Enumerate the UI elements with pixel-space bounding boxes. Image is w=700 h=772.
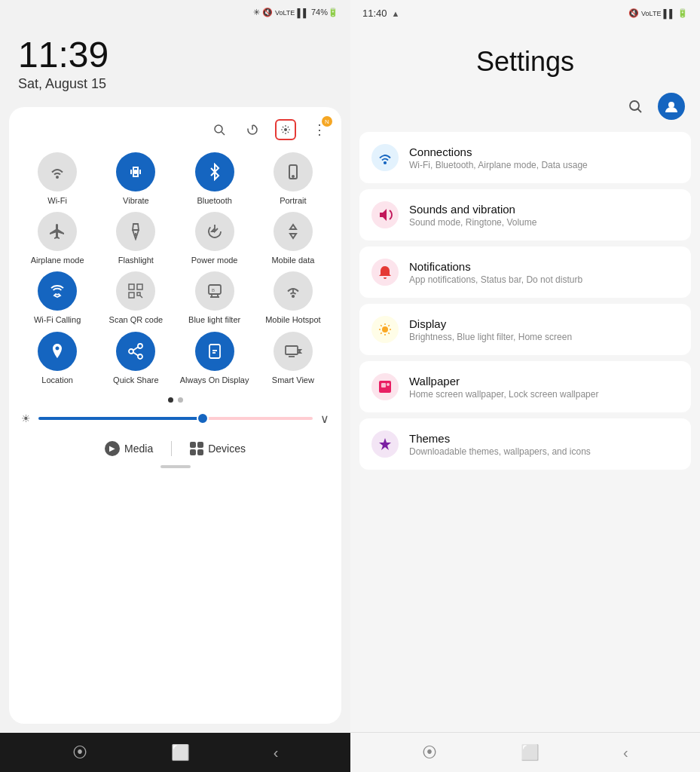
svg-point-36 xyxy=(387,383,390,386)
svg-rect-11 xyxy=(129,284,134,290)
alwayson-label: Always On Display xyxy=(180,375,249,385)
brightness-slider[interactable] xyxy=(38,417,313,420)
powermode-toggle[interactable]: Power mode xyxy=(179,212,251,265)
powermode-icon xyxy=(195,212,234,251)
wallpaper-title: Wallpaper xyxy=(409,375,598,388)
home-indicator xyxy=(160,465,191,468)
sounds-icon xyxy=(371,201,399,228)
wallpaper-subtitle: Home screen wallpaper, Lock screen wallp… xyxy=(409,389,598,400)
sounds-subtitle: Sound mode, Ringtone, Volume xyxy=(409,217,536,228)
quickshare-icon xyxy=(116,332,155,371)
settings-item-themes[interactable]: Themes Downloadable themes, wallpapers, … xyxy=(359,418,691,470)
flashlight-label: Flashlight xyxy=(118,256,154,265)
svg-point-20 xyxy=(129,349,133,354)
airplane-toggle[interactable]: Airplane mode xyxy=(21,212,93,265)
media-devices-row: ▶ Media Devices xyxy=(21,435,329,459)
nav-home-icon-right[interactable]: ⬜ xyxy=(521,743,540,761)
brightness-expand-button[interactable]: ∨ xyxy=(320,412,329,426)
svg-rect-27 xyxy=(286,346,298,354)
settings-item-wallpaper[interactable]: Wallpaper Home screen wallpaper, Lock sc… xyxy=(359,361,691,412)
svg-point-9 xyxy=(292,176,294,177)
display-title: Display xyxy=(409,317,572,330)
svg-point-7 xyxy=(134,170,137,173)
smartview-toggle[interactable]: Smart View xyxy=(257,332,329,385)
svg-rect-35 xyxy=(381,383,386,388)
profile-button[interactable] xyxy=(658,93,685,120)
wificalling-toggle[interactable]: Wi-Fi Calling xyxy=(21,271,93,325)
nav-recents-icon-right[interactable]: ⦿ xyxy=(422,744,437,761)
alwayson-icon xyxy=(195,332,234,371)
search-button[interactable] xyxy=(209,119,230,140)
notifications-text: Notifications App notifications, Status … xyxy=(409,260,582,285)
clock-date: Sat, August 15 xyxy=(18,76,332,92)
portrait-label: Portrait xyxy=(280,196,306,206)
hotspot-label: Mobile Hotspot xyxy=(265,315,320,325)
connections-text: Connections Wi-Fi, Bluetooth, Airplane m… xyxy=(409,146,588,170)
mobiledata-toggle[interactable]: Mobile data xyxy=(257,212,329,265)
more-options-button[interactable]: ⋮ N xyxy=(308,119,329,140)
scanqr-toggle[interactable]: Scan QR code xyxy=(99,271,172,325)
alwayson-toggle[interactable]: Always On Display xyxy=(179,332,251,385)
hotspot-toggle[interactable]: Mobile Hotspot xyxy=(257,271,329,325)
themes-title: Themes xyxy=(409,432,591,445)
svg-rect-14 xyxy=(137,293,140,296)
devices-button[interactable]: Devices xyxy=(190,442,246,455)
display-text: Display Brightness, Blue light filter, H… xyxy=(409,317,572,342)
wifi-toggle[interactable]: Wi-Fi xyxy=(21,152,93,206)
settings-search-button[interactable] xyxy=(622,93,649,120)
bluelight-label: Blue light filter xyxy=(188,315,240,325)
page-dot-2 xyxy=(178,397,183,403)
notifications-icon xyxy=(371,259,399,286)
svg-line-22 xyxy=(133,347,139,350)
settings-button[interactable] xyxy=(275,119,296,140)
smartview-icon xyxy=(274,332,313,371)
quickshare-toggle[interactable]: Quick Share xyxy=(99,332,172,385)
svg-rect-24 xyxy=(209,345,220,358)
brightness-low-icon: ☀ xyxy=(21,412,31,424)
svg-point-21 xyxy=(138,354,142,359)
flashlight-toggle[interactable]: Flashlight xyxy=(99,212,172,265)
search-profile-row xyxy=(350,93,700,132)
settings-item-connections[interactable]: Connections Wi-Fi, Bluetooth, Airplane m… xyxy=(359,132,691,183)
settings-item-display[interactable]: Display Brightness, Blue light filter, H… xyxy=(359,304,691,355)
page-dot-1 xyxy=(168,397,173,403)
panel-toolbar: ⋮ N xyxy=(21,119,329,140)
portrait-toggle[interactable]: Portrait xyxy=(257,152,329,206)
svg-text:B: B xyxy=(212,288,215,293)
nav-bar-right: ⦿ ⬜ ‹ xyxy=(350,732,700,772)
bluelight-toggle[interactable]: B Blue light filter xyxy=(179,271,251,325)
settings-item-notifications[interactable]: Notifications App notifications, Status … xyxy=(359,247,691,298)
media-play-icon: ▶ xyxy=(105,441,120,456)
portrait-icon xyxy=(274,152,313,191)
bluetooth-toggle[interactable]: Bluetooth xyxy=(179,152,251,206)
wallpaper-icon xyxy=(371,373,399,400)
bluetooth-icon xyxy=(195,152,234,191)
svg-line-1 xyxy=(222,132,225,135)
settings-title: Settings xyxy=(350,23,700,93)
status-icons-left: ✳ 🔇 VoLTE ▌▌ 74%🔋 xyxy=(253,8,338,17)
vibrate-toggle[interactable]: Vibrate xyxy=(99,152,172,206)
nav-back-icon-right[interactable]: ‹ xyxy=(623,744,628,761)
nav-back-icon[interactable]: ‹ xyxy=(274,744,279,761)
connections-icon xyxy=(371,144,399,171)
media-button[interactable]: ▶ Media xyxy=(105,441,153,456)
alert-icon: ▲ xyxy=(392,9,400,18)
settings-list: Connections Wi-Fi, Bluetooth, Airplane m… xyxy=(350,132,700,732)
nav-recents-icon[interactable]: ⦿ xyxy=(72,744,87,761)
airplane-label: Airplane mode xyxy=(31,256,84,265)
settings-item-sounds[interactable]: Sounds and vibration Sound mode, Rington… xyxy=(359,189,691,240)
display-subtitle: Brightness, Blue light filter, Home scre… xyxy=(409,332,572,342)
volte-icon-right: VoLTE xyxy=(641,10,661,17)
svg-point-5 xyxy=(57,176,58,178)
svg-point-18 xyxy=(292,296,294,297)
quick-toggles-grid: Wi-Fi Vibrate xyxy=(21,152,329,385)
scanqr-label: Scan QR code xyxy=(109,315,164,325)
svg-point-19 xyxy=(138,344,142,348)
svg-line-23 xyxy=(133,352,139,355)
settings-panel: 11:40 ▲ 🔇 VoLTE ▌▌ 🔋 Settings xyxy=(350,0,700,772)
page-indicator xyxy=(21,397,329,403)
power-button[interactable] xyxy=(242,119,263,140)
location-toggle[interactable]: Location xyxy=(21,332,93,385)
brightness-thumb xyxy=(197,412,209,424)
nav-home-icon[interactable]: ⬜ xyxy=(171,743,190,761)
